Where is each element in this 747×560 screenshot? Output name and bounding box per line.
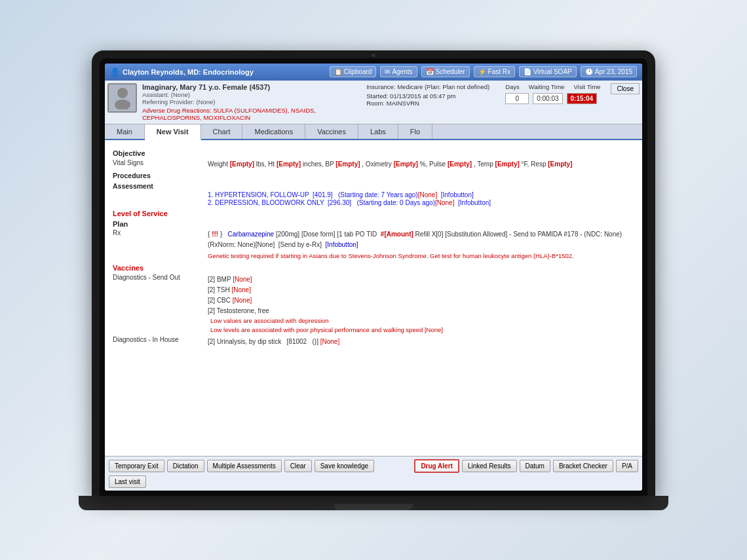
patient-info: Imaginary, Mary 71 y.o. Female (4537) As… bbox=[142, 83, 356, 121]
diag-tsh: [2] TSH [None] bbox=[208, 285, 634, 295]
assessment-items: 1. HYPERTENSION, FOLLOW-UP [401.9] (Star… bbox=[113, 191, 634, 206]
patient-name: Imaginary, Mary 71 y.o. Female (4537) bbox=[142, 83, 356, 91]
tab-main[interactable]: Main bbox=[105, 124, 145, 139]
tab-medications[interactable]: Medications bbox=[242, 124, 305, 139]
avatar bbox=[107, 83, 137, 113]
virtual-soap-button[interactable]: 📄 Virtual SOAP bbox=[519, 66, 577, 77]
diag-note-1: Low values are associated with depressio… bbox=[210, 316, 634, 326]
drug-alert-button[interactable]: Drug Alert bbox=[414, 459, 459, 473]
vaccines-header: Vaccines bbox=[113, 264, 634, 272]
visit-time-value: 0:15:04 bbox=[567, 93, 597, 104]
vital-signs-label: Vital Signs bbox=[113, 159, 208, 169]
pia-button[interactable]: P/A bbox=[616, 460, 638, 472]
clipboard-button[interactable]: 📋 Clipboard bbox=[330, 66, 377, 77]
content-area[interactable]: Objective Vital Signs Weight [Empty] lbs… bbox=[105, 140, 642, 456]
diag-sendout-items: [2] BMP [None] [2] TSH [None] [2] CBC [N… bbox=[208, 274, 634, 335]
adverse-reactions: Adverse Drug Reactions: SULFA (SULFONAMI… bbox=[142, 107, 356, 121]
main-content: Objective Vital Signs Weight [Empty] lbs… bbox=[105, 140, 642, 491]
procedures-header: Procedures bbox=[113, 172, 634, 179]
virtual-soap-icon: 📄 bbox=[524, 68, 531, 75]
days-label: Days bbox=[505, 83, 520, 90]
diag-inhouse-row: Diagnostics - In House [2] Urinalysis, b… bbox=[113, 336, 634, 347]
visit-label: Visit Time bbox=[573, 83, 600, 90]
top-bar: 👤 Clayton Reynolds, MD: Endocrinology 📋 … bbox=[105, 64, 642, 81]
waiting-label: Waiting Time bbox=[529, 83, 565, 90]
diag-sendout-label: Diagnostics - Send Out bbox=[113, 274, 208, 335]
rx-label: Rx bbox=[113, 229, 208, 261]
agents-button[interactable]: ✉ Agents bbox=[380, 66, 417, 77]
diag-testosterone: [2] Testosterone, free bbox=[208, 306, 634, 316]
linked-results-button[interactable]: Linked Results bbox=[462, 460, 517, 472]
rx-row: Rx { !!! } Carbamazepine [200mg] [Dose f… bbox=[113, 229, 634, 261]
diag-sendout-row: Diagnostics - Send Out [2] BMP [None] [2… bbox=[113, 274, 634, 335]
insurance-info: Insurance: Medicare (Plan: Plan not defi… bbox=[366, 83, 489, 90]
diag-urinalysis: [2] Urinalysis, by dip stick [81002 ()] … bbox=[208, 337, 634, 346]
tab-flo[interactable]: Flo bbox=[398, 124, 432, 139]
last-visit-button[interactable]: Last visit bbox=[109, 476, 146, 488]
diag-bmp: [2] BMP [None] bbox=[208, 274, 634, 284]
temp-exit-button[interactable]: Temporary Exit bbox=[109, 460, 164, 472]
diag-cbc: [2] CBC [None] bbox=[208, 295, 634, 305]
rx-content: { !!! } Carbamazepine [200mg] [Dose form… bbox=[208, 229, 634, 261]
patient-referring: Referring Provider: (None) bbox=[142, 98, 356, 105]
diag-note-2: Low levels are associated with poor phys… bbox=[210, 326, 634, 335]
scheduler-button[interactable]: 📅 Scheduler bbox=[421, 66, 470, 77]
vital-signs-value: Weight [Empty] lbs, Ht [Empty] inches, B… bbox=[208, 159, 634, 169]
assessment-item-1: 1. HYPERTENSION, FOLLOW-UP [401.9] (Star… bbox=[208, 191, 634, 198]
tab-chart[interactable]: Chart bbox=[201, 124, 243, 139]
save-knowledge-button[interactable]: Save knowledge bbox=[315, 460, 374, 472]
days-value: 0 bbox=[505, 93, 529, 104]
plan-label: Plan bbox=[113, 220, 634, 228]
datum-button[interactable]: Datum bbox=[520, 460, 550, 472]
multiple-assessments-button[interactable]: Multiple Assessments bbox=[207, 460, 282, 472]
assessment-item-2: 2. DEPRESSION, BLOODWORK ONLY [296.30] (… bbox=[208, 199, 634, 206]
started-info: Started: 01/13/2015 at 05:47 pm bbox=[366, 92, 489, 100]
tab-vaccines[interactable]: Vaccines bbox=[305, 124, 358, 139]
tab-labs[interactable]: Labs bbox=[358, 124, 398, 139]
fast-rx-button[interactable]: ⚡ Fast Rx bbox=[474, 66, 515, 77]
assessment-header: Assessment bbox=[113, 182, 634, 190]
waiting-value: 0:00:03 bbox=[533, 93, 562, 104]
tab-new-visit[interactable]: New Visit bbox=[145, 124, 201, 140]
nav-tabs: Main New Visit Chart Medications Vaccine… bbox=[105, 124, 642, 140]
timing-section: Days Waiting Time Visit Time 0 0:00:03 0… bbox=[500, 83, 605, 121]
patient-bar: Imaginary, Mary 71 y.o. Female (4537) As… bbox=[105, 81, 642, 124]
bracket-checker-button[interactable]: Bracket Checker bbox=[553, 460, 613, 472]
close-button[interactable]: Close bbox=[611, 83, 640, 94]
date-button[interactable]: 🕐 Apr 23, 2015 bbox=[581, 66, 637, 77]
level-of-service: Level of Service bbox=[113, 210, 634, 217]
diag-inhouse-label: Diagnostics - In House bbox=[113, 336, 208, 347]
diag-inhouse-items: [2] Urinalysis, by dip stick [81002 ()] … bbox=[208, 336, 634, 347]
adverse-label: Adverse Drug Reactions: bbox=[142, 107, 212, 114]
svg-point-1 bbox=[115, 100, 130, 109]
room-info: Room: MAINSVRN bbox=[366, 100, 489, 107]
fast-rx-icon: ⚡ bbox=[478, 68, 486, 75]
agents-icon: ✉ bbox=[385, 68, 390, 75]
objective-header: Objective bbox=[113, 149, 634, 157]
vital-signs-row: Vital Signs Weight [Empty] lbs, Ht [Empt… bbox=[113, 159, 634, 169]
dictation-button[interactable]: Dictation bbox=[167, 460, 204, 472]
rx-warning: Genetic testing required if starting in … bbox=[208, 252, 634, 261]
svg-point-0 bbox=[117, 88, 128, 98]
scheduler-icon: 📅 bbox=[426, 68, 434, 75]
clear-button[interactable]: Clear bbox=[284, 460, 312, 472]
clock-icon: 🕐 bbox=[585, 68, 593, 75]
clipboard-icon: 📋 bbox=[334, 68, 342, 75]
bottom-bar: Temporary Exit Dictation Multiple Assess… bbox=[105, 456, 642, 491]
provider-name: Clayton Reynolds, MD: Endocrinology bbox=[123, 68, 254, 76]
insurance-section: Insurance: Medicare (Plan: Plan not defi… bbox=[361, 83, 495, 121]
patient-assistant: Assistant: (None) bbox=[142, 91, 356, 98]
